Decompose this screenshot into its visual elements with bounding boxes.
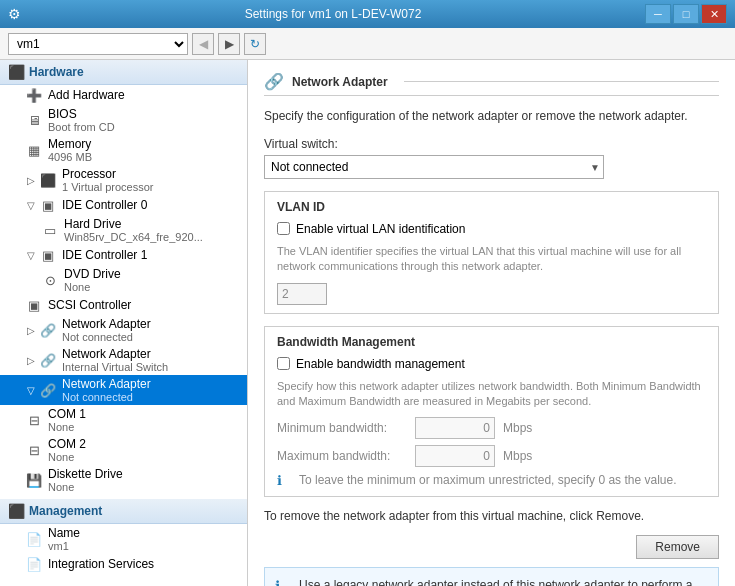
- sidebar-item-diskette[interactable]: 💾 Diskette Drive None: [0, 465, 247, 495]
- bandwidth-checkbox-row: Enable bandwidth management: [277, 357, 706, 371]
- dvd-label: DVD Drive: [64, 267, 121, 281]
- net2-label: Network Adapter: [62, 347, 168, 361]
- hardware-icon: ⬛: [8, 64, 25, 80]
- ide0-expand[interactable]: ▽: [24, 198, 38, 212]
- net3-sub: Not connected: [62, 391, 151, 403]
- com1-icon: ⊟: [24, 413, 44, 428]
- hardware-label: Hardware: [29, 65, 84, 79]
- com2-sub: None: [48, 451, 86, 463]
- refresh-button[interactable]: ↻: [244, 33, 266, 55]
- min-bandwidth-row: Minimum bandwidth: Mbps: [277, 417, 706, 439]
- sidebar-item-memory[interactable]: ▦ Memory 4096 MB: [0, 135, 247, 165]
- ide1-icon: ▣: [38, 248, 58, 263]
- management-section-header: ⬛ Management: [0, 499, 247, 524]
- max-bandwidth-unit: Mbps: [503, 449, 532, 463]
- sidebar-item-scsi[interactable]: ▣ SCSI Controller: [0, 295, 247, 315]
- ide1-label: IDE Controller 1: [62, 248, 147, 262]
- virtual-switch-select[interactable]: Not connected: [264, 155, 604, 179]
- management-label: Management: [29, 504, 102, 518]
- processor-expand[interactable]: ▷: [24, 173, 38, 187]
- main-container: vm1 ◀ ▶ ↻ ⬛ Hardware ➕ Add Hardware 🖥: [0, 28, 735, 586]
- vlan-title: VLAN ID: [277, 200, 706, 214]
- add-hardware-icon: ➕: [24, 88, 44, 103]
- add-hardware-label: Add Hardware: [48, 88, 125, 102]
- min-bandwidth-input: [415, 417, 495, 439]
- ide0-icon: ▣: [38, 198, 58, 213]
- legacy-info-icon: ℹ: [275, 576, 291, 586]
- right-panel: 🔗 Network Adapter Specify the configurat…: [248, 60, 735, 586]
- toolbar: vm1 ◀ ▶ ↻: [0, 28, 735, 60]
- panel-title: 🔗 Network Adapter: [264, 72, 719, 96]
- vm-select[interactable]: vm1: [8, 33, 188, 55]
- sidebar-item-net2[interactable]: ▷ 🔗 Network Adapter Internal Virtual Swi…: [0, 345, 247, 375]
- diskette-icon: 💾: [24, 473, 44, 488]
- memory-icon: ▦: [24, 143, 44, 158]
- sidebar-item-name[interactable]: 📄 Name vm1: [0, 524, 247, 554]
- sidebar-item-add-hardware[interactable]: ➕ Add Hardware: [0, 85, 247, 105]
- sidebar-item-harddrive[interactable]: ▭ Hard Drive Win85rv_DC_x64_fre_920...: [0, 215, 247, 245]
- net2-expand[interactable]: ▷: [24, 353, 38, 367]
- scsi-label: SCSI Controller: [48, 298, 131, 312]
- legacy-note-text: Use a legacy network adapter instead of …: [299, 576, 708, 586]
- diskette-sub: None: [48, 481, 123, 493]
- virtual-switch-container: Not connected ▼: [264, 155, 604, 179]
- max-bandwidth-label: Maximum bandwidth:: [277, 449, 407, 463]
- remove-button[interactable]: Remove: [636, 535, 719, 559]
- vlan-checkbox[interactable]: [277, 222, 290, 235]
- ide1-expand[interactable]: ▽: [24, 248, 38, 262]
- title-bar-text: Settings for vm1 on L-DEV-W072: [21, 7, 645, 21]
- remove-section: Remove: [264, 535, 719, 559]
- left-panel: ⬛ Hardware ➕ Add Hardware 🖥 BIOS Boot fr…: [0, 60, 248, 586]
- processor-label: Processor: [62, 167, 154, 181]
- name-sub: vm1: [48, 540, 80, 552]
- bios-label: BIOS: [48, 107, 115, 121]
- net2-icon: 🔗: [38, 353, 58, 368]
- bandwidth-checkbox[interactable]: [277, 357, 290, 370]
- sidebar-item-ide1[interactable]: ▽ ▣ IDE Controller 1: [0, 245, 247, 265]
- nav-forward-button[interactable]: ▶: [218, 33, 240, 55]
- vlan-checkbox-label: Enable virtual LAN identification: [296, 222, 465, 236]
- net1-expand[interactable]: ▷: [24, 323, 38, 337]
- net1-icon: 🔗: [38, 323, 58, 338]
- com1-label: COM 1: [48, 407, 86, 421]
- vlan-checkbox-row: Enable virtual LAN identification: [277, 222, 706, 236]
- harddrive-icon: ▭: [40, 223, 60, 238]
- management-icon: ⬛: [8, 503, 25, 519]
- bandwidth-title: Bandwidth Management: [277, 335, 706, 349]
- max-bandwidth-row: Maximum bandwidth: Mbps: [277, 445, 706, 467]
- com1-sub: None: [48, 421, 86, 433]
- net1-label: Network Adapter: [62, 317, 151, 331]
- minimize-button[interactable]: ─: [645, 4, 671, 24]
- sidebar-item-com1[interactable]: ⊟ COM 1 None: [0, 405, 247, 435]
- min-bandwidth-unit: Mbps: [503, 421, 532, 435]
- bandwidth-info-icon: ℹ: [277, 473, 293, 488]
- sidebar-item-dvd[interactable]: ⊙ DVD Drive None: [0, 265, 247, 295]
- bandwidth-section: Bandwidth Management Enable bandwidth ma…: [264, 326, 719, 498]
- com2-label: COM 2: [48, 437, 86, 451]
- name-icon: 📄: [24, 532, 44, 547]
- com2-icon: ⊟: [24, 443, 44, 458]
- legacy-note: ℹ Use a legacy network adapter instead o…: [264, 567, 719, 586]
- name-label: Name: [48, 526, 80, 540]
- panel-description: Specify the configuration of the network…: [264, 108, 719, 125]
- vlan-desc: The VLAN identifier specifies the virtua…: [277, 244, 706, 275]
- sidebar-item-integration[interactable]: 📄 Integration Services: [0, 554, 247, 574]
- hardware-section-header: ⬛ Hardware: [0, 60, 247, 85]
- net3-expand[interactable]: ▽: [24, 383, 38, 397]
- sidebar-item-net1[interactable]: ▷ 🔗 Network Adapter Not connected: [0, 315, 247, 345]
- memory-sub: 4096 MB: [48, 151, 92, 163]
- sidebar-item-bios[interactable]: 🖥 BIOS Boot from CD: [0, 105, 247, 135]
- remove-desc: To remove the network adapter from this …: [264, 509, 719, 523]
- processor-sub: 1 Virtual processor: [62, 181, 154, 193]
- close-button[interactable]: ✕: [701, 4, 727, 24]
- panel-title-icon: 🔗: [264, 72, 284, 91]
- sidebar-item-net3[interactable]: ▽ 🔗 Network Adapter Not connected: [0, 375, 247, 405]
- processor-icon: ⬛: [38, 173, 58, 188]
- net1-sub: Not connected: [62, 331, 151, 343]
- sidebar-item-ide0[interactable]: ▽ ▣ IDE Controller 0: [0, 195, 247, 215]
- net3-icon: 🔗: [38, 383, 58, 398]
- sidebar-item-com2[interactable]: ⊟ COM 2 None: [0, 435, 247, 465]
- nav-back-button[interactable]: ◀: [192, 33, 214, 55]
- sidebar-item-processor[interactable]: ▷ ⬛ Processor 1 Virtual processor: [0, 165, 247, 195]
- maximize-button[interactable]: □: [673, 4, 699, 24]
